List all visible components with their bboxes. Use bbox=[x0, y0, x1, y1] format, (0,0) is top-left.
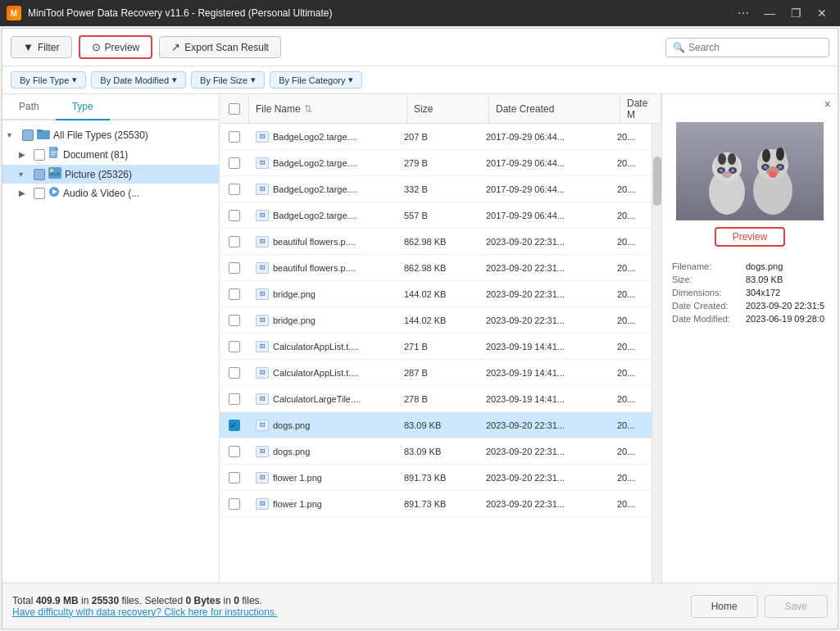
row-checkbox[interactable] bbox=[220, 341, 249, 352]
col-header-name[interactable]: File Name ⇅ bbox=[249, 94, 407, 123]
row-name-text: bridge.png bbox=[273, 316, 316, 325]
row-checkbox[interactable] bbox=[220, 446, 249, 457]
row-date-mod: 20... bbox=[611, 316, 652, 325]
col-header-check[interactable] bbox=[220, 94, 249, 123]
row-size: 271 B bbox=[397, 342, 479, 352]
row-checkbox[interactable] bbox=[220, 236, 249, 247]
minimize-button[interactable]: — bbox=[758, 4, 781, 22]
file-row[interactable]: ✓ 🖼 dogs.png 83.09 KB 2023-09-20 22:31..… bbox=[220, 412, 652, 438]
close-preview[interactable]: × bbox=[818, 94, 838, 114]
file-row[interactable]: 🖼 beautiful flowers.p.... 862.98 KB 2023… bbox=[220, 255, 652, 281]
file-type-icon: 🖼 bbox=[256, 420, 269, 431]
row-date-mod: 20... bbox=[611, 368, 652, 378]
row-checkbox[interactable] bbox=[220, 367, 249, 379]
row-size: 557 B bbox=[397, 211, 479, 220]
row-checkbox[interactable] bbox=[220, 210, 249, 221]
filter-date-label: By Date Modified bbox=[100, 75, 169, 85]
row-name-text: CalculatorAppList.t.... bbox=[273, 342, 359, 352]
file-row[interactable]: 🖼 BadgeLogo2.targe.... 557 B 2017-09-29 … bbox=[220, 202, 652, 229]
help-link[interactable]: Have difficulty with data recovery? Clic… bbox=[12, 606, 277, 618]
filter-icon: ▼ bbox=[23, 41, 34, 53]
menu-button[interactable]: ⋯ bbox=[732, 4, 755, 22]
row-checkbox[interactable] bbox=[220, 131, 249, 143]
svg-point-33 bbox=[769, 171, 777, 178]
scrollbar[interactable] bbox=[652, 124, 661, 583]
save-button[interactable]: Save bbox=[765, 595, 828, 618]
row-name: 🖼 bridge.png bbox=[249, 315, 397, 326]
restore-button[interactable]: ❐ bbox=[784, 4, 807, 22]
file-row[interactable]: 🖼 beautiful flowers.p.... 862.98 KB 2023… bbox=[220, 229, 652, 255]
file-row[interactable]: 🖼 CalculatorAppList.t.... 287 B 2023-09-… bbox=[220, 360, 652, 386]
file-row[interactable]: 🖼 CalculatorLargeTile.... 278 B 2023-09-… bbox=[220, 386, 652, 412]
scroll-thumb[interactable] bbox=[653, 157, 661, 206]
file-row[interactable]: 🖼 flower 1.png 891.73 KB 2023-09-20 22:3… bbox=[220, 465, 652, 491]
file-row[interactable]: 🖼 BadgeLogo2.targe.... 207 B 2017-09-29 … bbox=[220, 124, 652, 150]
file-row[interactable]: 🖼 BadgeLogo2.targe.... 279 B 2017-09-29 … bbox=[220, 150, 652, 176]
tree-item-document[interactable]: ▶ Document (81) bbox=[2, 144, 219, 165]
folder-icon bbox=[37, 128, 50, 142]
info-row-date-modified: Date Modified: 2023-06-19 09:28:0 bbox=[672, 314, 828, 324]
selected-bytes: 0 Bytes bbox=[185, 595, 220, 606]
filter-category-label: By File Category bbox=[279, 75, 345, 85]
row-checkbox[interactable] bbox=[220, 184, 249, 195]
checkbox-picture[interactable] bbox=[34, 169, 45, 180]
tree-item-audio[interactable]: ▶ Audio & Video (... bbox=[2, 184, 219, 202]
checkbox-audio[interactable] bbox=[34, 188, 45, 199]
file-row[interactable]: 🖼 dogs.png 83.09 KB 2023-09-20 22:31... … bbox=[220, 438, 652, 465]
file-row[interactable]: 🖼 CalculatorAppList.t.... 271 B 2023-09-… bbox=[220, 334, 652, 360]
row-size: 278 B bbox=[397, 394, 479, 404]
filter-file-size[interactable]: By File Size ▾ bbox=[191, 71, 265, 89]
search-input[interactable] bbox=[688, 42, 822, 53]
filter-type-label: By File Type bbox=[20, 75, 69, 85]
row-date-mod: 20... bbox=[611, 132, 652, 142]
row-date-created: 2023-09-19 14:41... bbox=[479, 342, 611, 352]
filter-file-category[interactable]: By File Category ▾ bbox=[270, 71, 362, 89]
row-checkbox[interactable] bbox=[220, 157, 249, 169]
row-checkbox[interactable]: ✓ bbox=[220, 420, 249, 431]
left-panel: Path Type ▾ All File Types (25530) bbox=[2, 94, 220, 583]
home-button[interactable]: Home bbox=[691, 595, 758, 618]
row-checkbox[interactable] bbox=[220, 262, 249, 274]
export-button[interactable]: ↗ Export Scan Result bbox=[159, 36, 281, 58]
file-row[interactable]: 🖼 flower 1.png 891.73 KB 2023-09-20 22:3… bbox=[220, 491, 652, 517]
header-checkbox[interactable] bbox=[229, 103, 240, 115]
row-checkbox[interactable] bbox=[220, 315, 249, 326]
row-size: 891.73 KB bbox=[397, 499, 479, 509]
app-content: ▼ Filter ⊙ Preview ↗ Export Scan Result … bbox=[2, 28, 838, 629]
selected-files: 0 bbox=[234, 595, 239, 606]
row-name-text: flower 1.png bbox=[273, 473, 322, 483]
filter-date-modified[interactable]: By Date Modified ▾ bbox=[91, 71, 186, 89]
tree-item-all[interactable]: ▾ All File Types (25530) bbox=[2, 125, 219, 144]
status-bar-bottom: Total 409.9 MB in 25530 files. Selected … bbox=[12, 595, 828, 618]
tab-path[interactable]: Path bbox=[2, 94, 56, 120]
tree-label-all: All File Types (25530) bbox=[53, 129, 148, 141]
col-header-size[interactable]: Size bbox=[407, 94, 489, 123]
expand-doc-icon: ▶ bbox=[19, 150, 30, 159]
row-name: 🖼 beautiful flowers.p.... bbox=[249, 236, 397, 247]
tab-type[interactable]: Type bbox=[56, 94, 110, 120]
preview-action-button[interactable]: Preview bbox=[715, 227, 786, 247]
preview-button[interactable]: ⊙ Preview bbox=[79, 35, 153, 59]
col-header-date-mod[interactable]: Date M bbox=[620, 94, 661, 123]
file-row[interactable]: 🖼 bridge.png 144.02 KB 2023-09-20 22:31.… bbox=[220, 281, 652, 307]
close-button[interactable]: ✕ bbox=[810, 4, 833, 22]
row-name-text: BadgeLogo2.targe.... bbox=[273, 132, 357, 142]
file-row[interactable]: 🖼 bridge.png 144.02 KB 2023-09-20 22:31.… bbox=[220, 307, 652, 334]
row-name-text: CalculatorAppList.t.... bbox=[273, 368, 359, 378]
file-type-icon: 🖼 bbox=[256, 184, 269, 195]
window-controls: ⋯ — ❐ ✕ bbox=[732, 4, 833, 22]
row-date-created: 2023-09-20 22:31... bbox=[479, 499, 611, 509]
row-checkbox[interactable] bbox=[220, 393, 249, 405]
svg-point-7 bbox=[50, 169, 53, 172]
filter-file-type[interactable]: By File Type ▾ bbox=[11, 71, 86, 89]
checkbox-document[interactable] bbox=[34, 149, 45, 161]
tree-item-picture[interactable]: ▾ Picture (25326) bbox=[2, 165, 219, 184]
file-row[interactable]: 🖼 BadgeLogo2.targe.... 332 B 2017-09-29 … bbox=[220, 176, 652, 202]
checkbox-all[interactable] bbox=[22, 129, 34, 141]
tree-label-document: Document (81) bbox=[63, 149, 128, 161]
filter-button[interactable]: ▼ Filter bbox=[11, 36, 72, 58]
row-checkbox[interactable] bbox=[220, 288, 249, 300]
col-header-date-created[interactable]: Date Created bbox=[489, 94, 620, 123]
row-checkbox[interactable] bbox=[220, 472, 249, 483]
row-checkbox[interactable] bbox=[220, 498, 249, 510]
